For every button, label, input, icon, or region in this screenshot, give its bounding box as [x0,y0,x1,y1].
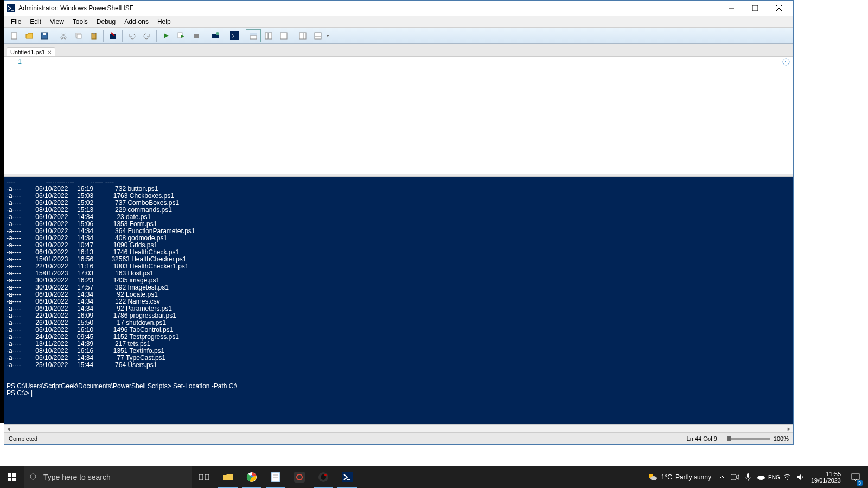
paste-button[interactable] [86,29,101,42]
line-number-gutter: 1 [4,57,26,174]
zoom-slider[interactable] [727,438,770,440]
app-icon [7,4,15,12]
svg-rect-24 [250,33,257,35]
redo-button[interactable] [139,29,155,42]
svg-rect-31 [315,33,321,39]
scroll-right-icon[interactable]: ► [785,425,793,433]
tab-close-icon[interactable]: ✕ [47,49,52,55]
console-output: ---- ------------- ------ ---- -a---- 06… [7,178,791,397]
svg-rect-6 [11,33,17,39]
horizontal-scrollbar[interactable]: ◄ ► [4,424,793,432]
svg-point-33 [783,59,789,65]
script-pane[interactable]: 1 [4,57,793,174]
maximize-button[interactable] [743,1,767,16]
menu-help[interactable]: Help [153,17,175,27]
menu-tools[interactable]: Tools [68,17,92,27]
run-selection-button[interactable] [174,29,189,42]
scroll-left-icon[interactable]: ◄ [4,425,12,433]
copy-button[interactable] [71,29,86,42]
undo-button[interactable] [124,29,139,42]
hide-script-pane-icon[interactable] [782,58,790,66]
svg-rect-26 [265,33,268,39]
titlebar: Administrator: Windows PowerShell ISE [4,1,793,16]
menu-addons[interactable]: Add-ons [120,17,153,27]
svg-rect-27 [269,33,272,39]
new-button[interactable] [7,29,22,42]
minimize-button[interactable] [719,1,743,16]
svg-point-22 [216,32,219,35]
menu-edit[interactable]: Edit [25,17,46,27]
script-editor[interactable] [26,57,793,174]
status-text: Completed [9,435,37,442]
svg-rect-29 [299,33,306,39]
svg-rect-14 [77,34,81,38]
statusbar: Completed Ln 44 Col 9 100% [4,432,793,444]
clear-console-button[interactable] [105,29,120,42]
menu-view[interactable]: View [46,17,68,27]
svg-point-9 [61,37,63,39]
tabstrip: Untitled1.ps1 ✕ [4,44,793,57]
menu-debug[interactable]: Debug [92,17,120,27]
tab-label: Untitled1.ps1 [10,49,45,55]
stop-button[interactable] [189,29,204,42]
open-button[interactable] [22,29,37,42]
svg-rect-28 [280,33,287,39]
left-black-edge [0,0,4,423]
line-number: 1 [9,58,22,66]
show-script-right-button[interactable] [261,29,276,42]
line-col-indicator: Ln 44 Col 9 [687,435,717,442]
show-script-top-button[interactable] [246,29,261,42]
cut-button[interactable] [56,29,71,42]
show-command-button[interactable] [295,29,310,42]
svg-rect-20 [194,34,199,38]
script-tab[interactable]: Untitled1.ps1 ✕ [7,47,55,56]
svg-rect-3 [752,5,758,11]
menubar: File Edit View Tools Debug Add-ons Help [4,16,793,28]
zoom-level: 100% [774,435,789,442]
window-title: Administrator: Windows PowerShell ISE [18,4,719,12]
run-button[interactable] [158,29,174,42]
toolbar: ▾ [4,28,793,44]
menu-file[interactable]: File [7,17,25,27]
new-remote-tab-button[interactable] [208,29,223,42]
svg-point-10 [64,37,66,39]
svg-rect-16 [93,33,95,34]
close-button[interactable] [767,1,791,16]
start-powershell-button[interactable] [227,29,242,42]
console-pane[interactable]: ---- ------------- ------ ---- -a---- 06… [4,177,793,424]
svg-rect-8 [43,33,46,35]
save-button[interactable] [37,29,52,42]
svg-rect-25 [250,36,257,39]
show-script-max-button[interactable] [276,29,291,42]
show-command-addon-button[interactable] [310,29,326,42]
toolbar-overflow-icon[interactable]: ▾ [327,33,329,38]
